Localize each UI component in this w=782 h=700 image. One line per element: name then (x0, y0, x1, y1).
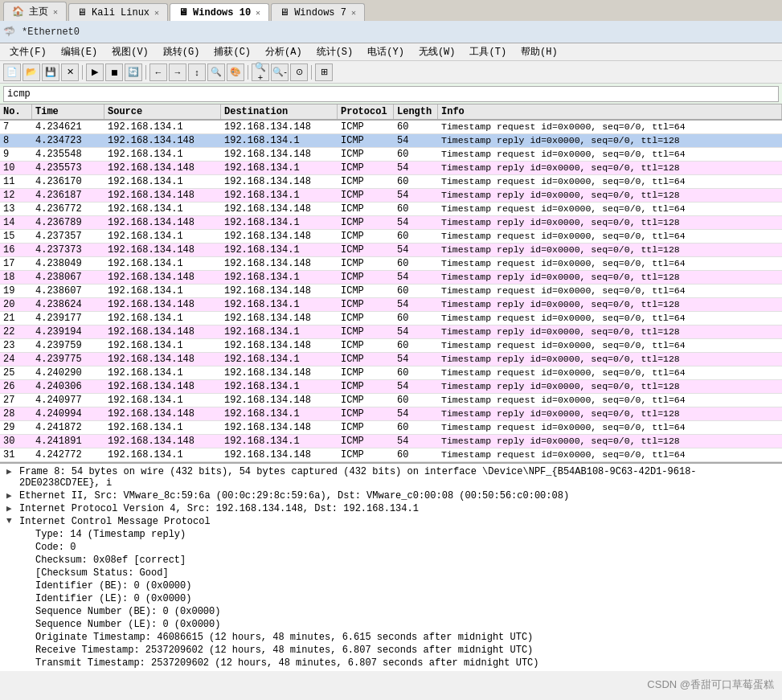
col-dest[interactable]: Destination (221, 104, 338, 119)
tab-home[interactable]: 🏠 主页 ✕ (3, 2, 67, 21)
toolbar-resize[interactable]: ⊞ (315, 63, 333, 81)
table-row[interactable]: 84.234723192.168.134.148192.168.134.1ICM… (0, 134, 782, 148)
menu-goto[interactable]: 跳转(G) (157, 43, 207, 60)
col-info[interactable]: Info (438, 104, 782, 119)
tab-win10-close[interactable]: ✕ (256, 8, 260, 18)
toolbar-zoom-out[interactable]: 🔍- (271, 63, 289, 81)
tab-kali[interactable]: 🖥 Kali Linux ✕ (68, 3, 168, 21)
table-cell: 192.168.134.1 (221, 189, 338, 202)
col-len[interactable]: Length (394, 104, 438, 119)
detail-row[interactable]: Checksum: 0x08ef [correct] (0, 554, 782, 567)
detail-panel: ▶Frame 8: 54 bytes on wire (432 bits), 5… (0, 462, 782, 671)
table-cell: Timestamp reply id=0x0000, seq=0/0, ttl=… (438, 244, 782, 256)
menu-edit[interactable]: 编辑(E) (55, 43, 104, 60)
table-cell: 192.168.134.1 (104, 203, 221, 215)
detail-row[interactable]: ▼Internet Control Message Protocol (0, 515, 782, 528)
toolbar-zoom-reset[interactable]: ⊙ (290, 63, 308, 81)
detail-row[interactable]: Identifier (LE): 0 (0x0000) (0, 592, 782, 605)
col-source[interactable]: Source (104, 104, 221, 119)
detail-row[interactable]: Code: 0 (0, 541, 782, 554)
table-cell: 192.168.134.1 (221, 298, 338, 311)
detail-text: Receive Timestamp: 2537209602 (12 hours,… (35, 645, 533, 656)
table-cell: 54 (394, 189, 438, 202)
toolbar-save[interactable]: 💾 (42, 63, 59, 81)
detail-row[interactable]: ▶Ethernet II, Src: VMware_8c:59:6a (00:0… (0, 489, 782, 502)
menu-analyze[interactable]: 分析(A) (259, 43, 309, 60)
table-row[interactable]: 134.236772192.168.134.1192.168.134.148IC… (0, 203, 782, 216)
table-row[interactable]: 104.235573192.168.134.148192.168.134.1IC… (0, 162, 782, 175)
toolbar-close[interactable]: ✕ (61, 63, 79, 81)
table-row[interactable]: 94.235548192.168.134.1192.168.134.148ICM… (0, 148, 782, 162)
detail-row[interactable]: Transmit Timestamp: 2537209602 (12 hours… (0, 657, 782, 669)
menu-statistics[interactable]: 统计(S) (310, 43, 360, 60)
detail-row[interactable]: Sequence Number (BE): 0 (0x0000) (0, 605, 782, 618)
toolbar-scroll[interactable]: ↕ (188, 63, 206, 81)
detail-row[interactable]: Receive Timestamp: 2537209602 (12 hours,… (0, 644, 782, 657)
toolbar-back[interactable]: ← (149, 63, 167, 81)
table-row[interactable]: 304.241891192.168.134.148192.168.134.1IC… (0, 435, 782, 448)
col-time[interactable]: Time (32, 104, 104, 119)
menu-telephony[interactable]: 电话(Y) (361, 43, 411, 60)
table-cell: 17 (0, 257, 32, 270)
tab-win7-close[interactable]: ✕ (351, 8, 356, 18)
detail-row[interactable]: Identifier (BE): 0 (0x0000) (0, 579, 782, 592)
menu-help[interactable]: 帮助(H) (514, 43, 564, 60)
menu-wireless[interactable]: 无线(W) (412, 43, 462, 60)
table-row[interactable]: 274.240977192.168.134.1192.168.134.148IC… (0, 394, 782, 407)
table-cell: 192.168.134.1 (221, 435, 338, 448)
table-row[interactable]: 244.239775192.168.134.148192.168.134.1IC… (0, 353, 782, 366)
table-cell: ICMP (338, 312, 394, 325)
table-row[interactable]: 164.237373192.168.134.148192.168.134.1IC… (0, 244, 782, 257)
table-row[interactable]: 144.236789192.168.134.148192.168.134.1IC… (0, 216, 782, 230)
toolbar-open[interactable]: 📂 (23, 63, 40, 81)
menu-tools[interactable]: 工具(T) (463, 43, 513, 60)
table-row[interactable]: 194.238607192.168.134.1192.168.134.148IC… (0, 285, 782, 298)
table-cell: 192.168.134.148 (221, 339, 338, 352)
col-proto[interactable]: Protocol (338, 104, 394, 119)
toolbar-new[interactable]: 📄 (3, 63, 21, 81)
table-row[interactable]: 224.239194192.168.134.148192.168.134.1IC… (0, 325, 782, 339)
detail-row[interactable]: Type: 14 (Timestamp reply) (0, 528, 782, 541)
toolbar-restart[interactable]: 🔄 (125, 63, 142, 81)
table-row[interactable]: 254.240290192.168.134.1192.168.134.148IC… (0, 366, 782, 380)
table-row[interactable]: 314.242772192.168.134.1192.168.134.148IC… (0, 448, 782, 462)
tab-kali-close[interactable]: ✕ (154, 8, 159, 18)
table-row[interactable]: 214.239177192.168.134.1192.168.134.148IC… (0, 312, 782, 325)
detail-row[interactable]: ▶Frame 8: 54 bytes on wire (432 bits), 5… (0, 465, 782, 489)
table-cell: 21 (0, 312, 32, 325)
toolbar-filter[interactable]: 🔍 (207, 63, 225, 81)
toolbar-colorize[interactable]: 🎨 (227, 63, 244, 81)
toolbar-start[interactable]: ▶ (86, 63, 104, 81)
table-row[interactable]: 234.239759192.168.134.1192.168.134.148IC… (0, 339, 782, 353)
table-row[interactable]: 294.241872192.168.134.1192.168.134.148IC… (0, 421, 782, 435)
table-row[interactable]: 154.237357192.168.134.1192.168.134.148IC… (0, 230, 782, 244)
toolbar-zoom-in[interactable]: 🔍+ (252, 63, 269, 81)
menu-view[interactable]: 视图(V) (105, 43, 155, 60)
table-row[interactable]: 184.238067192.168.134.148192.168.134.1IC… (0, 271, 782, 285)
filter-input[interactable] (3, 86, 779, 102)
detail-row[interactable]: [Checksum Status: Good] (0, 567, 782, 579)
table-row[interactable]: 284.240994192.168.134.148192.168.134.1IC… (0, 407, 782, 421)
wireshark-icon: 🦈 (3, 26, 15, 38)
tab-home-close[interactable]: ✕ (53, 7, 58, 17)
menu-file[interactable]: 文件(F) (3, 43, 53, 60)
table-row[interactable]: 114.236170192.168.134.1192.168.134.148IC… (0, 175, 782, 189)
detail-row[interactable]: ▶Internet Protocol Version 4, Src: 192.1… (0, 502, 782, 515)
table-cell: 192.168.134.148 (221, 394, 338, 407)
tab-win7[interactable]: 🖥 Windows 7 ✕ (271, 3, 365, 21)
tab-win10[interactable]: 🖥 Windows 10 ✕ (170, 3, 269, 21)
table-row[interactable]: 74.234621192.168.134.1192.168.134.148ICM… (0, 121, 782, 134)
toolbar-forward[interactable]: → (169, 63, 186, 81)
table-cell: 4.236187 (32, 189, 104, 202)
detail-row[interactable]: Originate Timestamp: 46086615 (12 hours,… (0, 631, 782, 644)
toolbar-stop[interactable]: ⏹ (105, 63, 123, 81)
table-row[interactable]: 204.238624192.168.134.148192.168.134.1IC… (0, 298, 782, 312)
tab-win10-label: Windows 10 (193, 7, 251, 18)
menu-capture[interactable]: 捕获(C) (207, 43, 257, 60)
detail-row[interactable]: Sequence Number (LE): 0 (0x0000) (0, 618, 782, 631)
table-row[interactable]: 264.240306192.168.134.148192.168.134.1IC… (0, 380, 782, 394)
col-no[interactable]: No. (0, 104, 32, 119)
table-cell: 192.168.134.1 (221, 216, 338, 229)
table-row[interactable]: 174.238049192.168.134.1192.168.134.148IC… (0, 257, 782, 271)
table-row[interactable]: 124.236187192.168.134.148192.168.134.1IC… (0, 189, 782, 203)
